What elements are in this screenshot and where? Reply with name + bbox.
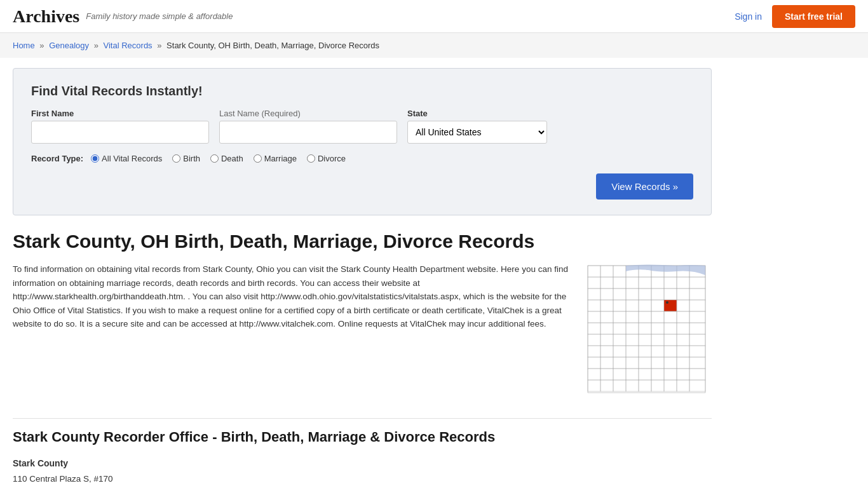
svg-rect-64 bbox=[588, 346, 600, 357]
svg-rect-10 bbox=[588, 277, 600, 288]
breadcrumb-vital-records[interactable]: Vital Records bbox=[104, 41, 153, 50]
header-left: Archives Family history made simple & af… bbox=[13, 6, 233, 27]
start-trial-button[interactable]: Start free trial bbox=[772, 5, 855, 28]
svg-rect-60 bbox=[651, 334, 664, 346]
svg-rect-53 bbox=[677, 323, 689, 334]
svg-rect-2 bbox=[600, 266, 613, 277]
svg-rect-81 bbox=[689, 357, 705, 369]
svg-rect-91 bbox=[588, 380, 600, 391]
svg-rect-11 bbox=[600, 277, 613, 288]
svg-rect-37 bbox=[588, 311, 600, 323]
svg-rect-27 bbox=[689, 288, 705, 300]
breadcrumb-home[interactable]: Home bbox=[13, 41, 35, 50]
svg-rect-61 bbox=[664, 334, 677, 346]
svg-rect-87 bbox=[651, 369, 664, 380]
svg-rect-40 bbox=[626, 311, 639, 323]
svg-rect-43 bbox=[664, 311, 677, 323]
svg-rect-24 bbox=[651, 288, 664, 300]
sign-in-link[interactable]: Sign in bbox=[735, 11, 762, 22]
svg-rect-56 bbox=[600, 334, 613, 346]
svg-rect-47 bbox=[600, 323, 613, 334]
svg-rect-45 bbox=[689, 311, 705, 323]
svg-rect-99 bbox=[689, 380, 705, 391]
svg-rect-52 bbox=[664, 323, 677, 334]
logo: Archives bbox=[13, 6, 79, 27]
record-type-marriage[interactable]: Marriage bbox=[254, 154, 297, 163]
radio-birth[interactable] bbox=[172, 154, 180, 163]
radio-marriage[interactable] bbox=[254, 154, 262, 163]
record-type-death[interactable]: Death bbox=[210, 154, 243, 163]
svg-rect-63 bbox=[689, 334, 705, 346]
record-type-row: Record Type: All Vital Records Birth Dea… bbox=[31, 154, 693, 163]
svg-rect-42 bbox=[651, 311, 664, 323]
svg-rect-55 bbox=[588, 334, 600, 346]
record-type-birth[interactable]: Birth bbox=[172, 154, 200, 163]
svg-rect-17 bbox=[677, 277, 689, 288]
svg-rect-22 bbox=[626, 288, 639, 300]
svg-rect-83 bbox=[600, 369, 613, 380]
svg-rect-73 bbox=[588, 357, 600, 369]
svg-rect-80 bbox=[677, 357, 689, 369]
state-label: State bbox=[407, 109, 547, 118]
svg-rect-50 bbox=[639, 323, 651, 334]
svg-rect-35 bbox=[677, 300, 689, 311]
breadcrumb-sep3: » bbox=[157, 41, 161, 50]
ohio-map bbox=[585, 262, 709, 396]
ohio-counties bbox=[588, 265, 705, 393]
county-info: Stark County 110 Central Plaza S, #170 C… bbox=[13, 456, 712, 488]
view-records-button[interactable]: View Records » bbox=[596, 173, 693, 200]
svg-rect-1 bbox=[588, 266, 600, 277]
svg-rect-44 bbox=[677, 311, 689, 323]
svg-rect-89 bbox=[677, 369, 689, 380]
svg-rect-29 bbox=[600, 300, 613, 311]
svg-rect-75 bbox=[613, 357, 626, 369]
main-content: Find Vital Records Instantly! First Name… bbox=[0, 58, 724, 488]
svg-rect-65 bbox=[600, 346, 613, 357]
svg-rect-94 bbox=[626, 380, 639, 391]
svg-rect-20 bbox=[600, 288, 613, 300]
svg-rect-95 bbox=[639, 380, 651, 391]
svg-rect-30 bbox=[613, 300, 626, 311]
first-name-group: First Name bbox=[31, 109, 209, 144]
breadcrumb-genealogy[interactable]: Genealogy bbox=[49, 41, 89, 50]
record-type-label: Record Type: bbox=[31, 154, 83, 163]
svg-rect-71 bbox=[677, 346, 689, 357]
ohio-map-container bbox=[585, 262, 712, 398]
svg-rect-62 bbox=[677, 334, 689, 346]
svg-rect-21 bbox=[613, 288, 626, 300]
svg-rect-32 bbox=[639, 300, 651, 311]
first-name-input[interactable] bbox=[31, 121, 209, 144]
svg-rect-90 bbox=[689, 369, 705, 380]
radio-all[interactable] bbox=[91, 154, 99, 163]
svg-rect-92 bbox=[600, 380, 613, 391]
svg-rect-14 bbox=[639, 277, 651, 288]
svg-point-100 bbox=[666, 301, 668, 304]
svg-rect-85 bbox=[626, 369, 639, 380]
breadcrumb-sep2: » bbox=[94, 41, 98, 50]
svg-rect-51 bbox=[651, 323, 664, 334]
svg-rect-13 bbox=[626, 277, 639, 288]
svg-rect-79 bbox=[664, 357, 677, 369]
svg-rect-74 bbox=[600, 357, 613, 369]
svg-rect-57 bbox=[613, 334, 626, 346]
state-group: State All United States Alabama Alaska A… bbox=[407, 109, 547, 144]
record-type-divorce[interactable]: Divorce bbox=[307, 154, 346, 163]
svg-rect-0 bbox=[588, 266, 705, 393]
svg-rect-49 bbox=[626, 323, 639, 334]
svg-rect-82 bbox=[588, 369, 600, 380]
last-name-group: Last Name (Required) bbox=[219, 109, 397, 144]
first-name-label: First Name bbox=[31, 109, 209, 118]
svg-rect-41 bbox=[639, 311, 651, 323]
svg-rect-12 bbox=[613, 277, 626, 288]
svg-rect-46 bbox=[588, 323, 600, 334]
last-name-input[interactable] bbox=[219, 121, 397, 144]
svg-rect-58 bbox=[626, 334, 639, 346]
search-box: Find Vital Records Instantly! First Name… bbox=[13, 68, 712, 215]
record-type-all[interactable]: All Vital Records bbox=[91, 154, 162, 163]
radio-death[interactable] bbox=[210, 154, 219, 163]
radio-divorce[interactable] bbox=[307, 154, 315, 163]
state-select[interactable]: All United States Alabama Alaska Arizona… bbox=[407, 121, 547, 144]
recorder-section: Stark County Recorder Office - Birth, De… bbox=[13, 418, 712, 488]
search-fields: First Name Last Name (Required) State Al… bbox=[31, 109, 693, 144]
breadcrumb-current: Stark County, OH Birth, Death, Marriage,… bbox=[166, 41, 379, 50]
